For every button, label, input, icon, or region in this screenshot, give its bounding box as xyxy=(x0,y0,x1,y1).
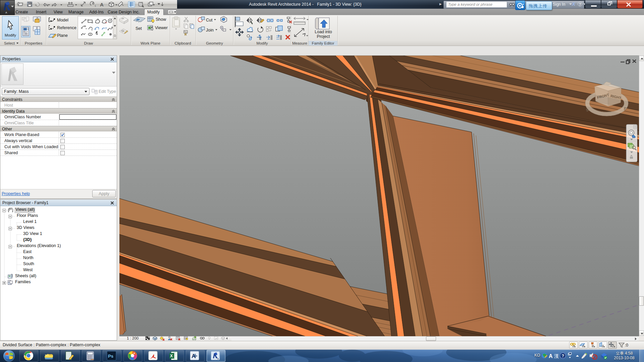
svg-text:Viewer: Viewer xyxy=(155,25,168,30)
svg-text:A: A xyxy=(100,2,104,7)
svg-text:?: ? xyxy=(562,354,564,358)
svg-text:A: A xyxy=(217,358,219,360)
svg-text:Cut: Cut xyxy=(206,18,213,22)
svg-text:P: P xyxy=(269,29,271,33)
svg-text:Model: Model xyxy=(57,18,68,22)
svg-text:Join: Join xyxy=(206,28,214,33)
svg-text:Ps: Ps xyxy=(108,354,113,359)
svg-text:F9: F9 xyxy=(184,337,187,339)
svg-text:1: 1 xyxy=(95,4,96,7)
svg-text:Reference: Reference xyxy=(57,25,76,30)
svg-text:Set: Set xyxy=(136,26,142,31)
svg-text:漢: 漢 xyxy=(554,353,559,359)
svg-text:X: X xyxy=(170,354,173,358)
svg-text:Show: Show xyxy=(156,17,166,22)
svg-text:A: A xyxy=(549,353,553,359)
svg-text:Plane: Plane xyxy=(57,33,68,38)
